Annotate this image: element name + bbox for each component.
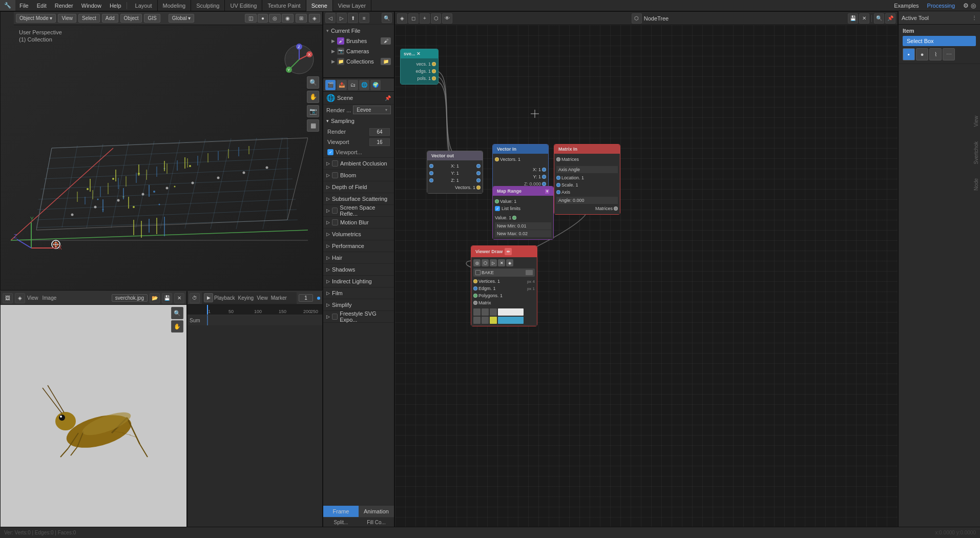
performance-header[interactable]: ▷ Performance xyxy=(323,240,394,252)
right-panel-menu-btn[interactable]: ⋮ xyxy=(972,15,977,20)
object-mode-btn[interactable]: Object Mode ▾ xyxy=(16,14,56,23)
render-value[interactable]: 64 xyxy=(369,128,390,136)
nt-select-btn[interactable]: ◻ xyxy=(408,13,419,24)
tab-sculpting[interactable]: Sculpting xyxy=(191,0,225,11)
tab-texture-paint[interactable]: Texture Paint xyxy=(262,0,306,11)
playback-label[interactable]: Playback xyxy=(214,295,235,301)
scene-props-icon[interactable]: 🌐 xyxy=(359,80,369,90)
scene-pin-icon[interactable]: 📌 xyxy=(385,95,391,101)
vector-in-node[interactable]: Vector In Vectors. 1 X: 1 Y: 1 Z: 0.000 xyxy=(492,144,549,190)
shading-solid-btn[interactable]: ● xyxy=(258,14,268,23)
render-props-icon[interactable]: 🎬 xyxy=(325,80,336,90)
vd-icon-1[interactable]: ◎ xyxy=(473,259,481,266)
overlay-btn[interactable]: ⊞ xyxy=(296,14,307,23)
cameras-item[interactable]: ▶ 📷 Cameras xyxy=(323,46,394,56)
ie-save-btn[interactable]: 💾 xyxy=(162,293,172,303)
vc-color-5[interactable] xyxy=(482,317,489,324)
svertchok-label[interactable]: Svertchok xyxy=(973,139,979,166)
nt-type-icon[interactable]: ⬡ xyxy=(632,13,642,24)
ie-mode-btn[interactable]: 🖼 xyxy=(3,293,13,303)
sss-header[interactable]: ▷ Subsurface Scattering xyxy=(323,193,394,204)
viewer-draw-node[interactable]: Viewer Draw ✏ ◎ ⬡ ▷ ✕ ◈ BAKE xyxy=(471,245,537,326)
dof-header[interactable]: ▷ Depth of Field xyxy=(323,181,394,193)
ao-checkbox[interactable] xyxy=(332,160,338,167)
grid-icon[interactable]: ▦ xyxy=(307,119,319,132)
tl-view-label[interactable]: View xyxy=(257,295,268,301)
ie-filename[interactable]: sverchok.jpg xyxy=(112,294,148,302)
ie-view-label[interactable]: View xyxy=(27,295,38,301)
teal-output-node[interactable]: sve... ✕ vecs. 1 edgs. 1 pols. 1 xyxy=(400,49,439,85)
matrix-in-node[interactable]: Matrix In Matrices Axis Angle Location. … xyxy=(554,144,620,215)
ssr-checkbox[interactable] xyxy=(332,208,338,214)
freestyle-header[interactable]: ▷ Freestyle SVG Expo... xyxy=(323,311,394,322)
node-vertical-label[interactable]: Node xyxy=(973,176,979,193)
nt-pin-btn[interactable]: 📌 xyxy=(885,13,895,24)
ie-view-btn[interactable]: ◈ xyxy=(15,293,25,303)
gizmo-btn[interactable]: ◈ xyxy=(309,14,320,23)
gis-btn[interactable]: GIS xyxy=(144,14,160,23)
search-icon[interactable]: 🔍 xyxy=(307,76,319,89)
tab-scene[interactable]: Scene xyxy=(306,0,333,11)
motion-blur-header[interactable]: ▷ Motion Blur xyxy=(323,217,394,228)
render-menu-btn[interactable]: Render xyxy=(51,0,77,11)
ie-hand-icon[interactable]: ✋ xyxy=(171,320,183,333)
circle-select-icon[interactable]: ● xyxy=(916,48,928,60)
nt-add-btn[interactable]: + xyxy=(420,13,430,24)
sampling-header[interactable]: ▾ Sampling xyxy=(323,115,394,127)
ie-image-label[interactable]: Image xyxy=(43,295,57,301)
ie-search-icon[interactable]: 🔍 xyxy=(171,307,183,319)
window-menu-btn[interactable]: Window xyxy=(77,0,106,11)
blender-logo-btn[interactable]: 🔧 xyxy=(0,0,15,11)
brushes-item[interactable]: ▶ 🖌 Brushes 🖌 xyxy=(323,36,394,46)
vc-color-2[interactable] xyxy=(482,308,489,316)
add-menu-btn[interactable]: Add xyxy=(102,14,118,23)
view-vertical-label[interactable]: View xyxy=(973,114,979,129)
ambient-occlusion-header[interactable]: ▷ Ambient Occlusion xyxy=(323,158,394,169)
camera-view-icon[interactable]: 📷 xyxy=(307,105,319,117)
fs-checkbox[interactable] xyxy=(332,314,338,320)
fb-list-btn[interactable]: ≡ xyxy=(359,13,369,23)
vector-out-node[interactable]: Vector out X: 1 Y: 1 Z: 1 Vectors. 1 xyxy=(427,151,483,194)
tab-layout[interactable]: Layout xyxy=(130,0,158,11)
marker-label[interactable]: Marker xyxy=(271,295,287,301)
nt-view-btn[interactable]: ◈ xyxy=(397,13,407,24)
vc-color-4[interactable] xyxy=(473,317,481,324)
vc-color-yellow[interactable] xyxy=(490,317,497,324)
tl-mode-btn[interactable]: ⏱ xyxy=(190,293,200,303)
tab-uv-editing[interactable]: UV Editing xyxy=(225,0,262,11)
viewport-denoising-cb[interactable]: ✓ xyxy=(327,149,333,155)
frame-current[interactable]: 1 xyxy=(299,294,313,302)
object-menu-btn[interactable]: Object xyxy=(120,14,142,23)
vc-color-1[interactable] xyxy=(473,308,481,316)
examples-btn[interactable]: Examples xyxy=(890,3,923,9)
frame-tab[interactable]: Frame xyxy=(323,506,359,517)
fb-back-btn[interactable]: ◁ xyxy=(325,13,336,23)
file-menu-btn[interactable]: File xyxy=(15,0,33,11)
select-box-btn[interactable]: Select Box xyxy=(903,36,976,46)
nt-view2-btn[interactable]: 👁 xyxy=(442,13,452,24)
bloom-header[interactable]: ▷ Bloom xyxy=(323,170,394,181)
keying-label[interactable]: Keying xyxy=(238,295,254,301)
edit-menu-btn[interactable]: Edit xyxy=(33,0,51,11)
viewport-content[interactable]: User Perspective (1) Collection xyxy=(1,25,322,290)
help-menu-btn[interactable]: Help xyxy=(106,0,126,11)
fb-search-btn[interactable]: 🔍 xyxy=(382,13,392,23)
fb-up-btn[interactable]: ⬆ xyxy=(348,13,358,23)
nav-gizmo[interactable]: X Y Z xyxy=(281,42,317,77)
select-menu-btn[interactable]: Select xyxy=(78,14,100,23)
vc-color-cyan[interactable] xyxy=(498,317,524,324)
nt-node-btn[interactable]: ⬡ xyxy=(431,13,441,24)
ssr-header[interactable]: ▷ Screen Space Refle... xyxy=(323,205,394,216)
vd-icon-3[interactable]: ▷ xyxy=(490,259,497,266)
vd-icon-5[interactable]: ◈ xyxy=(506,259,513,266)
bake-btn[interactable] xyxy=(526,270,533,275)
film-header[interactable]: ▷ Film xyxy=(323,287,394,299)
split-btn[interactable]: Split... xyxy=(323,517,359,527)
animation-tab[interactable]: Animation xyxy=(359,506,394,517)
vd-icon-4[interactable]: ✕ xyxy=(498,259,505,266)
nt-save-btn[interactable]: 💾 xyxy=(848,13,858,24)
collections-item[interactable]: ▶ 📁 Collections 📁 xyxy=(323,56,394,67)
render-engine-select[interactable]: Eevee ▾ xyxy=(353,106,391,114)
volumetrics-header[interactable]: ▷ Volumetrics xyxy=(323,229,394,240)
vc-color-white[interactable] xyxy=(498,308,524,316)
